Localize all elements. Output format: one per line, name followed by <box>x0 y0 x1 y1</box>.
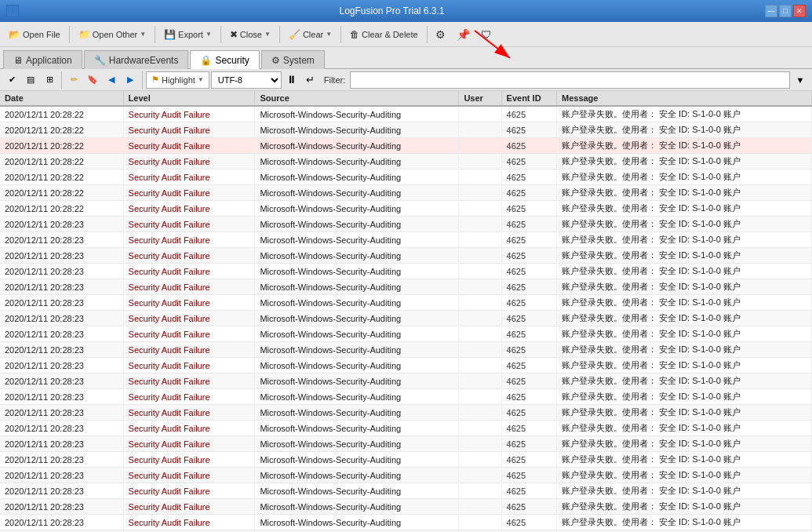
cell-user <box>459 217 501 232</box>
tab-security[interactable]: 🔒 Security <box>190 50 259 69</box>
table-row[interactable]: 2020/12/11 20:28:23Security Audit Failur… <box>0 421 812 436</box>
table-row[interactable]: 2020/12/11 20:28:23Security Audit Failur… <box>0 358 812 373</box>
table-row[interactable]: 2020/12/11 20:28:23Security Audit Failur… <box>0 515 812 530</box>
cell-user <box>459 279 501 295</box>
open-other-button[interactable]: 📁 Open Other ▼ <box>73 24 151 45</box>
table-row[interactable]: 2020/12/11 20:28:23Security Audit Failur… <box>0 342 812 358</box>
cell-date: 2020/12/11 20:28:23 <box>0 311 123 326</box>
list-view-button[interactable]: ▤ <box>22 71 39 89</box>
table-row[interactable]: 2020/12/11 20:28:22Security Audit Failur… <box>0 185 812 201</box>
cell-level: Security Audit Failure <box>123 405 255 421</box>
table-row[interactable]: 2020/12/11 20:28:22Security Audit Failur… <box>0 154 812 169</box>
table-row[interactable]: 2020/12/11 20:28:23Security Audit Failur… <box>0 499 812 515</box>
table-row[interactable]: 2020/12/11 20:28:23Security Audit Failur… <box>0 373 812 389</box>
col-header-source[interactable]: Source <box>255 91 459 106</box>
filter-input[interactable] <box>350 71 790 89</box>
table-row[interactable]: 2020/12/11 20:28:23Security Audit Failur… <box>0 452 812 468</box>
table-row[interactable]: 2020/12/11 20:28:23Security Audit Failur… <box>0 264 812 279</box>
minimize-button[interactable]: — <box>765 5 777 17</box>
col-header-user[interactable]: User <box>459 91 501 106</box>
table-row[interactable]: 2020/12/11 20:28:23Security Audit Failur… <box>0 311 812 326</box>
col-header-message[interactable]: Message <box>556 91 811 106</box>
open-file-label: Open File <box>23 30 60 39</box>
cell-level: Security Audit Failure <box>123 122 255 138</box>
cell-user <box>459 185 501 201</box>
cell-user <box>459 169 501 185</box>
highlight-icon: ⚑ <box>151 75 159 85</box>
wrap-button[interactable]: ↵ <box>302 71 319 89</box>
cell-eventid: 4625 <box>501 499 556 515</box>
col-header-eventid[interactable]: Event ID <box>501 91 556 106</box>
col-header-date[interactable]: Date <box>0 91 123 106</box>
settings-button[interactable]: ⚙ <box>431 24 450 45</box>
cell-level: Security Audit Failure <box>123 515 255 530</box>
col-header-level[interactable]: Level <box>123 91 255 106</box>
cell-user <box>459 295 501 311</box>
cell-source: Microsoft-Windows-Security-Auditing <box>255 468 459 483</box>
clear-label: Clear <box>303 30 323 39</box>
select-all-button[interactable]: ✔ <box>3 71 20 89</box>
edit-button[interactable]: ✏ <box>65 71 82 89</box>
cell-date: 2020/12/11 20:28:23 <box>0 389 123 405</box>
table-row[interactable]: 2020/12/11 20:28:23Security Audit Failur… <box>0 483 812 499</box>
encoding-select[interactable]: UTF-8 <box>211 71 282 89</box>
close-button[interactable]: ✕ <box>793 5 806 17</box>
table-row[interactable]: 2020/12/11 20:28:22Security Audit Failur… <box>0 201 812 217</box>
app-icon <box>6 5 19 17</box>
cell-user <box>459 358 501 373</box>
cell-eventid: 4625 <box>501 311 556 326</box>
highlight-button[interactable]: ⚑ Highlight ▼ <box>146 71 209 89</box>
cell-user <box>459 421 501 436</box>
table-row[interactable]: 2020/12/11 20:28:23Security Audit Failur… <box>0 279 812 295</box>
cell-date: 2020/12/11 20:28:23 <box>0 468 123 483</box>
table-row[interactable]: 2020/12/11 20:28:23Security Audit Failur… <box>0 436 812 452</box>
tab-hardwareevents[interactable]: 🔧 HardwareEvents <box>84 50 189 69</box>
bookmark-button[interactable]: 🔖 <box>84 71 101 89</box>
table-row[interactable]: 2020/12/11 20:28:23Security Audit Failur… <box>0 248 812 264</box>
cell-source: Microsoft-Windows-Security-Auditing <box>255 326 459 342</box>
cell-eventid: 4625 <box>501 106 556 122</box>
clear-delete-button[interactable]: 🗑 Clear & Delete <box>344 24 424 45</box>
cell-date: 2020/12/11 20:28:23 <box>0 373 123 389</box>
table-row[interactable]: 2020/12/11 20:28:22Security Audit Failur… <box>0 138 812 154</box>
cell-user <box>459 373 501 389</box>
cell-eventid: 4625 <box>501 248 556 264</box>
red-arrow-svg <box>467 27 530 66</box>
cell-date: 2020/12/11 20:28:22 <box>0 201 123 217</box>
cell-message: 账户登录失败。使用者： 安全 ID: S-1-0-0 账户 <box>556 295 811 311</box>
cell-message: 账户登录失败。使用者： 安全 ID: S-1-0-0 账户 <box>556 358 811 373</box>
cell-user <box>459 122 501 138</box>
export-button[interactable]: 💾 Export ▼ <box>158 24 217 45</box>
table-row[interactable]: 2020/12/11 20:28:23Security Audit Failur… <box>0 232 812 248</box>
table-row[interactable]: 2020/12/11 20:28:23Security Audit Failur… <box>0 295 812 311</box>
open-other-dropdown-icon: ▼ <box>140 31 146 38</box>
next-button[interactable]: ▶ <box>122 71 139 89</box>
cell-source: Microsoft-Windows-Security-Auditing <box>255 264 459 279</box>
cell-source: Microsoft-Windows-Security-Auditing <box>255 405 459 421</box>
table-row[interactable]: 2020/12/11 20:28:23Security Audit Failur… <box>0 217 812 232</box>
tab-system[interactable]: ⚙ System <box>261 50 325 69</box>
table-row[interactable]: 2020/12/11 20:28:23Security Audit Failur… <box>0 389 812 405</box>
prev-button[interactable]: ◀ <box>103 71 120 89</box>
table-row[interactable]: 2020/12/11 20:28:22Security Audit Failur… <box>0 106 812 122</box>
settings-icon: ⚙ <box>435 28 446 41</box>
pause-button[interactable]: ⏸ <box>283 71 300 89</box>
maximize-button[interactable]: □ <box>779 5 792 17</box>
cell-date: 2020/12/11 20:28:23 <box>0 342 123 358</box>
table-row[interactable]: 2020/12/11 20:28:23Security Audit Failur… <box>0 326 812 342</box>
cell-source: Microsoft-Windows-Security-Auditing <box>255 342 459 358</box>
open-file-button[interactable]: 📂 Open File <box>3 24 66 45</box>
tab-application[interactable]: 🖥 Application <box>3 50 82 69</box>
cell-eventid: 4625 <box>501 373 556 389</box>
table-row[interactable]: 2020/12/11 20:28:22Security Audit Failur… <box>0 169 812 185</box>
detail-view-button[interactable]: ⊞ <box>41 71 58 89</box>
table-row[interactable]: 2020/12/11 20:28:23Security Audit Failur… <box>0 405 812 421</box>
clear-button[interactable]: 🧹 Clear ▼ <box>283 24 337 45</box>
cell-message: 账户登录失败。使用者： 安全 ID: S-1-0-0 账户 <box>556 342 811 358</box>
filter-dropdown-button[interactable]: ▼ <box>792 71 809 89</box>
table-row[interactable]: 2020/12/11 20:28:22Security Audit Failur… <box>0 122 812 138</box>
toolbar-separator-4 <box>279 26 280 43</box>
cell-eventid: 4625 <box>501 436 556 452</box>
close-log-button[interactable]: ✖ Close ▼ <box>224 24 276 45</box>
table-row[interactable]: 2020/12/11 20:28:23Security Audit Failur… <box>0 468 812 483</box>
